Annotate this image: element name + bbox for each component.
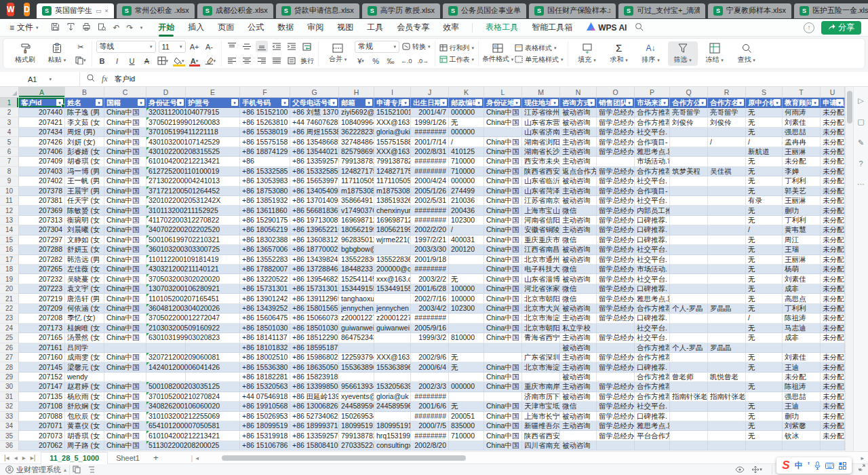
cell-M28[interactable]: 北京市海淀 — [522, 362, 560, 372]
cell-A5[interactable]: 207426 — [19, 137, 65, 147]
cell-N32[interactable]: 微信 — [560, 402, 597, 411]
row-header-18[interactable]: 18 — [0, 265, 19, 274]
filter-dropdown-icon[interactable]: ▾ — [138, 99, 144, 106]
filter-dropdown-icon[interactable]: ▾ — [588, 99, 595, 106]
cell-D17[interactable]: 110112200109181419 — [146, 255, 186, 265]
cell-J31[interactable]: ######## — [411, 392, 449, 402]
filter-dropdown-icon[interactable]: ▾ — [626, 99, 633, 106]
ime-keyboard-icon[interactable] — [825, 463, 834, 469]
filter-dropdown-icon[interactable]: ▾ — [366, 99, 372, 106]
cell-R18[interactable] — [708, 265, 746, 274]
file-menu[interactable]: ≡ 文件 ▾ — [7, 22, 41, 33]
cell-T22[interactable]: 丁利利 — [783, 304, 821, 314]
cell-A18[interactable]: 207265 — [19, 265, 65, 274]
hand-tool-icon[interactable]: ▾ — [751, 466, 762, 474]
cell-K3[interactable]: 无 — [449, 117, 484, 127]
cell-Q15[interactable] — [670, 235, 708, 245]
justify-icon[interactable] — [271, 55, 283, 66]
cell-H7[interactable]: 799138782 — [339, 157, 374, 166]
cell-M8[interactable]: 陕西省西安 — [522, 167, 560, 176]
cell-P25[interactable]: 社交平台. — [635, 333, 670, 343]
cell-F36[interactable]: +86 15106786 — [240, 441, 290, 451]
name-box[interactable]: A1 ▾ — [0, 72, 80, 86]
cell-L13[interactable]: China中国 — [484, 216, 522, 225]
cell-L30[interactable]: China中国 — [484, 382, 522, 392]
cell-P34[interactable]: 雅思考点.雅 — [635, 421, 670, 431]
cell-A9[interactable]: 207402 — [19, 176, 65, 186]
cell-S9[interactable]: 无 — [746, 176, 783, 186]
cell-R26[interactable]: 罗晶晶 — [708, 343, 746, 353]
cell-P9[interactable]: 社交平台. — [635, 176, 670, 186]
cell-R15[interactable] — [708, 235, 746, 245]
cell-L10[interactable]: China中国 — [484, 187, 522, 196]
cell-F16[interactable]: +86 13657006 — [240, 245, 290, 254]
header-cell-M1[interactable]: 现住地址▾ — [522, 98, 560, 108]
row-header-12[interactable]: 12 — [0, 206, 19, 215]
filter-dropdown-icon[interactable]: ▾ — [812, 99, 818, 106]
cell-A16[interactable]: 207288 — [19, 245, 65, 254]
cell-O32[interactable]: 留学总经办 — [597, 402, 635, 411]
cell-D24[interactable]: 210303200509160922 — [146, 324, 186, 333]
cell-L5[interactable]: China中国 — [484, 137, 522, 147]
cell-L7[interactable]: China中国 — [484, 157, 522, 166]
header-cell-D1[interactable]: 身份证号▾ — [146, 98, 186, 108]
increase-decimal-button[interactable]: ←.0 — [399, 55, 414, 66]
cell-N36[interactable]: 被动咨询 — [560, 441, 597, 451]
cell-I34[interactable]: 180995191 — [374, 421, 411, 431]
cell-A7[interactable]: 207409 — [19, 157, 65, 166]
italic-button[interactable]: I — [111, 55, 123, 66]
cell-N20[interactable]: 微信 — [560, 284, 597, 294]
row-header-13[interactable]: 13 — [0, 216, 19, 225]
cell-D9[interactable]: 271302200004241013 — [146, 176, 186, 186]
cell-J5[interactable]: 2001/7/14 — [411, 137, 449, 147]
cell-F15[interactable]: +86 18302388 — [240, 235, 290, 245]
cell-O25[interactable]: 留学总经办 — [597, 333, 635, 343]
row-header-3[interactable]: 3 — [0, 117, 19, 127]
cell-S18[interactable]: 无 — [746, 265, 783, 274]
header-cell-L1[interactable]: 身份证地▾ — [484, 98, 522, 108]
cell-H10[interactable]: m1875308 — [339, 187, 374, 196]
cell-B19[interactable]: 吴晓蔓 (女 — [65, 274, 104, 284]
cell-L8[interactable]: China中国 — [484, 167, 522, 176]
cell-R8[interactable]: 吴佳祺 — [708, 167, 746, 176]
cell-P33[interactable]: 口碑推荐. — [635, 412, 670, 421]
cell-K14[interactable]: / — [449, 225, 484, 235]
wps-logo-icon[interactable]: W — [7, 3, 14, 16]
cell-C29[interactable] — [104, 373, 146, 382]
file-tab[interactable]: S常州公积金 .xlsx — [117, 3, 195, 18]
filter-dropdown-icon[interactable]: ▾ — [551, 99, 558, 106]
cell-P20[interactable]: 口碑推荐. — [635, 284, 670, 294]
cell-M3[interactable]: 山东省东营 — [522, 117, 560, 127]
cell-J36[interactable]: 2002/8/20 — [411, 441, 449, 451]
cell-S32[interactable]: 无 — [746, 402, 783, 411]
cell-H3[interactable]: 108409964 — [339, 117, 374, 127]
column-header-O[interactable]: O — [597, 87, 635, 97]
cell-J13[interactable]: ######## — [411, 216, 449, 225]
cell-B33[interactable]: 包欣辰 (女 — [65, 412, 104, 421]
sheet-tab-Sheet1[interactable]: Sheet1 — [108, 452, 148, 464]
cell-N30[interactable]: 主动咨询 — [560, 382, 597, 392]
row-header-19[interactable]: 19 — [0, 274, 19, 284]
decrease-indent-icon[interactable] — [271, 41, 283, 52]
cell-P10[interactable]: 合作项目- — [635, 187, 670, 196]
cell-P15[interactable]: 口碑推荐. — [635, 235, 670, 245]
cell-A28[interactable]: 207145 — [19, 362, 65, 372]
cell-I24[interactable]: guiwanwei — [374, 324, 411, 333]
cell-I14[interactable]: 180562199 — [374, 225, 411, 235]
cell-T36[interactable] — [783, 441, 821, 451]
column-header-P[interactable]: P — [635, 87, 670, 97]
cell-Q11[interactable] — [670, 196, 708, 206]
underline-button[interactable]: U — [126, 55, 138, 66]
cell-T13[interactable]: 丁利利 — [783, 216, 821, 225]
cell-K29[interactable] — [449, 373, 484, 382]
cell-B25[interactable]: 汤景然 (女 — [65, 333, 104, 343]
row-header-23[interactable]: 23 — [0, 314, 19, 323]
cell-S25[interactable]: 无 — [746, 333, 783, 343]
cell-T34[interactable]: 刘紫馨 — [783, 421, 821, 431]
row-header-2[interactable]: 2 — [0, 108, 19, 117]
cell-T9[interactable]: 丁利利 — [783, 176, 821, 186]
cell-N4[interactable]: 主动咨询 — [560, 128, 597, 137]
cell-U35[interactable]: 未分配 — [821, 431, 845, 440]
row-header-25[interactable]: 25 — [0, 333, 19, 343]
column-header-N[interactable]: N — [560, 87, 597, 97]
